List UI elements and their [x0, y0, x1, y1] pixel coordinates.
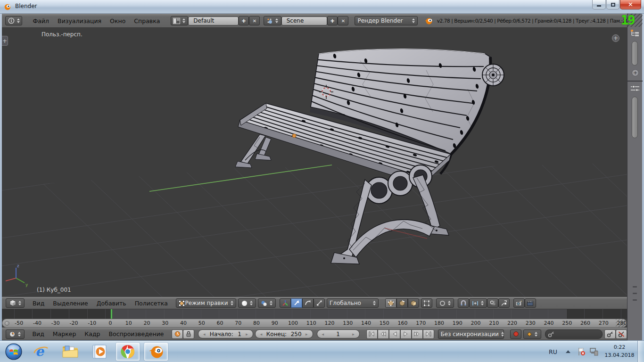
snap-peel-button[interactable]	[498, 298, 510, 308]
scene-field[interactable]: Scene	[281, 16, 327, 25]
close-layout-button[interactable]: ✕	[249, 16, 260, 25]
timeline-track[interactable]	[2, 309, 627, 319]
snap-toggle-button[interactable]	[458, 298, 469, 308]
outliner-scrollbar[interactable]	[632, 41, 638, 66]
taskbar-blender[interactable]	[144, 343, 168, 361]
show-desktop-button[interactable]	[637, 341, 644, 362]
current-frame-field[interactable]: ◂ 1 ▸	[317, 329, 360, 338]
lock-time-cursor-button[interactable]	[183, 329, 194, 339]
menu-marker[interactable]: Маркер	[49, 330, 81, 337]
jump-next-keyframe-button[interactable]	[412, 329, 423, 339]
jump-to-start-button[interactable]	[366, 329, 378, 339]
render-engine-dropdown[interactable]: Рендер Blender	[355, 16, 418, 25]
editor-type-selector-info[interactable]	[5, 16, 22, 25]
auto-keyframe-record-button[interactable]	[510, 329, 521, 339]
transform-orientation-dropdown[interactable]: Глобально	[327, 298, 379, 308]
add-layout-button[interactable]: ✚	[239, 16, 249, 25]
viewport-3d[interactable]: y z Польз.-персп. (1) Куб_001 + +	[2, 28, 627, 297]
menu-mesh[interactable]: Полисетка	[131, 300, 172, 307]
tray-network[interactable]	[589, 341, 599, 362]
step-left-arrow[interactable]: ◂	[322, 332, 324, 337]
window-titlebar[interactable]: Blender ✕	[0, 0, 644, 14]
menu-window[interactable]: Окно	[106, 17, 130, 25]
vertex-select-button[interactable]	[385, 298, 396, 308]
object-origin-dot	[292, 134, 296, 138]
add-scene-button[interactable]: ✚	[327, 16, 338, 25]
proportional-editing-dropdown[interactable]	[436, 298, 454, 308]
menu-playback[interactable]: Воспроизведение	[104, 330, 168, 337]
editor-divider[interactable]	[627, 81, 643, 82]
taskbar-chrome[interactable]	[116, 343, 140, 361]
step-left-arrow[interactable]: ◂	[260, 332, 263, 337]
current-frame-line[interactable]	[111, 309, 112, 319]
menu-add[interactable]: Добавить	[92, 300, 131, 307]
limit-selection-visible-button[interactable]	[421, 298, 432, 308]
edge-select-button[interactable]	[396, 298, 408, 308]
step-left-arrow[interactable]: ◂	[203, 332, 206, 337]
snap-element-dropdown[interactable]	[469, 298, 487, 308]
tray-clock[interactable]: 0:22 13.04.2018	[604, 343, 635, 359]
sync-mode-dropdown[interactable]: Без синхронизации	[438, 329, 504, 339]
close-button[interactable]: ✕	[620, 0, 641, 9]
keying-set-field[interactable]	[545, 329, 603, 339]
properties-scrollbar[interactable]	[632, 97, 638, 138]
outliner-editor-icon[interactable]	[630, 29, 640, 37]
menu-frame[interactable]: Кадр	[80, 330, 104, 337]
viewport-shading-dropdown[interactable]	[238, 298, 256, 308]
taskbar-internet-explorer[interactable]: e	[29, 343, 53, 361]
jump-to-end-button[interactable]	[423, 329, 434, 339]
tray-language[interactable]: RU	[549, 341, 557, 362]
frame-start-field[interactable]: ◂ Начало: 1 ▸	[198, 329, 253, 338]
start-button[interactable]	[1, 343, 26, 361]
screen-layout-field[interactable]: Default	[188, 16, 238, 25]
opengl-render-animation-button[interactable]	[525, 298, 536, 308]
pivot-point-dropdown[interactable]	[258, 298, 276, 308]
screen-layout-icon-button[interactable]	[171, 16, 189, 25]
menu-select[interactable]: Выделение	[49, 300, 92, 307]
scale-manipulator-button[interactable]	[314, 298, 325, 308]
taskbar-explorer[interactable]	[58, 343, 82, 361]
opengl-render-image-button[interactable]	[513, 298, 525, 308]
menu-timeline-view[interactable]: Вид	[28, 330, 48, 337]
properties-panel-expand-button[interactable]: +	[612, 34, 619, 42]
menu-file[interactable]: Файл	[29, 17, 54, 25]
frame-end-field[interactable]: ◂ Конец: 250 ▸	[255, 329, 313, 338]
tray-action-center[interactable]	[577, 341, 586, 362]
play-reverse-button[interactable]	[389, 329, 400, 339]
use-preview-range-button[interactable]	[172, 329, 183, 339]
ruler-scroll-cap[interactable]	[5, 321, 9, 326]
taskbar-media-player[interactable]	[88, 343, 111, 361]
toolshelf-expand-button[interactable]: +	[2, 36, 8, 46]
rotate-manipulator-button[interactable]	[302, 298, 314, 308]
close-scene-button[interactable]: ✕	[338, 16, 348, 25]
maximize-button[interactable]	[606, 0, 619, 9]
bench-far-leg	[235, 134, 271, 168]
translate-manipulator-button[interactable]	[291, 298, 302, 308]
minimize-button[interactable]	[592, 0, 606, 9]
insert-keyframe-button[interactable]	[604, 329, 616, 339]
timeline-header: Вид Маркер Кадр Воспроизведение ◂ Начало…	[2, 328, 627, 340]
play-button[interactable]	[400, 329, 412, 339]
step-right-arrow[interactable]: ▸	[246, 332, 248, 337]
ruler-tick: 250	[562, 320, 572, 326]
keyframe-type-dropdown[interactable]	[523, 329, 541, 339]
menu-render[interactable]: Визуализация	[53, 17, 106, 25]
menu-view[interactable]: Вид	[28, 300, 49, 307]
timeline-ruler[interactable]: -50-40-30-20-100102030405060708090100110…	[2, 319, 627, 328]
jump-prev-keyframe-button[interactable]	[378, 329, 389, 339]
tray-show-hidden-icons[interactable]	[566, 341, 570, 362]
snap-target-button[interactable]	[487, 298, 498, 308]
face-select-button[interactable]	[408, 298, 419, 308]
menu-help[interactable]: Справка	[130, 17, 164, 25]
scene-icon-button[interactable]	[264, 16, 281, 25]
delete-keyframe-button[interactable]	[616, 329, 627, 339]
manipulator-toggle-button[interactable]	[280, 298, 291, 308]
editor-type-selector-3dview[interactable]	[6, 298, 25, 308]
properties-editor-icon[interactable]	[630, 84, 640, 93]
mode-dropdown[interactable]: Режим правки	[176, 298, 236, 308]
outliner-expand-button[interactable]: +	[632, 69, 639, 76]
editor-type-selector-timeline[interactable]	[6, 329, 25, 339]
step-right-arr[interactable]: ▸	[352, 332, 355, 337]
dropdown-arrows	[18, 301, 21, 305]
step-right-arrow[interactable]: ▸	[305, 332, 308, 337]
